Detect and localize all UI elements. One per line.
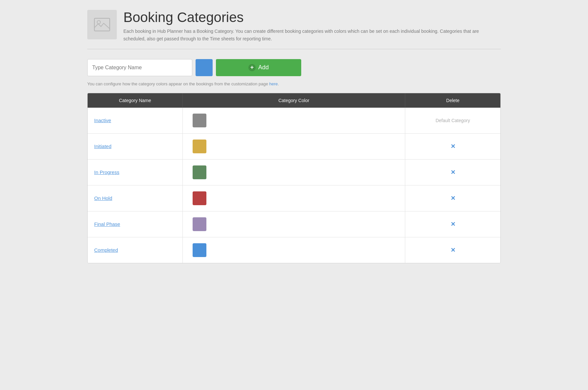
color-picker-button[interactable] — [196, 59, 213, 76]
color-swatch[interactable] — [193, 243, 206, 257]
add-button-label: Add — [258, 64, 269, 71]
category-name-link[interactable]: In Progress — [94, 169, 119, 175]
row-delete-cell: ✕ — [405, 160, 500, 185]
table-row: Final Phase ✕ — [88, 211, 500, 237]
row-delete-cell: ✕ — [405, 185, 500, 211]
header-icon — [87, 10, 117, 39]
table-row: Initiated ✕ — [88, 134, 500, 160]
default-category-label: Default Category — [435, 118, 470, 123]
header-text: Booking Categories Each booking in Hub P… — [123, 10, 484, 42]
row-name-cell: On Hold — [88, 185, 183, 211]
hint-link[interactable]: here — [269, 81, 278, 86]
color-swatch[interactable] — [193, 165, 206, 179]
color-swatch[interactable] — [193, 191, 206, 205]
table-row: In Progress ✕ — [88, 160, 500, 185]
delete-button[interactable]: ✕ — [451, 169, 455, 176]
color-swatch[interactable] — [193, 114, 206, 127]
row-name-cell: Completed — [88, 237, 183, 263]
row-name-cell: In Progress — [88, 160, 183, 185]
color-swatch[interactable] — [193, 140, 206, 153]
table-row: On Hold ✕ — [88, 185, 500, 211]
hint-text-before: You can configure how the category color… — [87, 81, 269, 86]
row-color-cell — [183, 237, 405, 263]
svg-rect-0 — [94, 18, 110, 31]
hint-text-after: . — [278, 81, 279, 86]
row-delete-cell: Default Category — [405, 108, 500, 133]
row-color-cell — [183, 160, 405, 185]
header-delete: Delete — [405, 93, 500, 108]
header-section: Booking Categories Each booking in Hub P… — [87, 10, 501, 49]
row-color-cell — [183, 185, 405, 211]
category-name-link[interactable]: Initiated — [94, 143, 112, 149]
categories-table: Category Name Category Color Delete Inac… — [87, 93, 501, 263]
image-placeholder-icon — [94, 16, 110, 33]
page-description: Each booking in Hub Planner has a Bookin… — [123, 28, 484, 42]
header-category-color: Category Color — [183, 93, 405, 108]
row-name-cell: Inactive — [88, 108, 183, 133]
row-name-cell: Initiated — [88, 134, 183, 159]
row-color-cell — [183, 108, 405, 133]
hint-text: You can configure how the category color… — [87, 81, 501, 86]
table-header: Category Name Category Color Delete — [88, 93, 500, 108]
page-container: Booking Categories Each booking in Hub P… — [74, 0, 514, 273]
delete-button[interactable]: ✕ — [451, 221, 455, 228]
add-plus-icon: + — [248, 64, 256, 71]
svg-point-1 — [97, 21, 100, 24]
row-delete-cell: ✕ — [405, 211, 500, 237]
page-title: Booking Categories — [123, 10, 484, 25]
table-row: Completed ✕ — [88, 237, 500, 263]
row-delete-cell: ✕ — [405, 134, 500, 159]
category-name-link[interactable]: Completed — [94, 247, 118, 253]
row-delete-cell: ✕ — [405, 237, 500, 263]
row-name-cell: Final Phase — [88, 211, 183, 237]
delete-button[interactable]: ✕ — [451, 143, 455, 150]
form-section: + Add — [87, 59, 501, 76]
delete-button[interactable]: ✕ — [451, 195, 455, 202]
category-name-link[interactable]: On Hold — [94, 195, 112, 201]
header-category-name: Category Name — [88, 93, 183, 108]
row-color-cell — [183, 211, 405, 237]
delete-button[interactable]: ✕ — [451, 247, 455, 254]
category-name-link[interactable]: Final Phase — [94, 221, 120, 227]
row-color-cell — [183, 134, 405, 159]
add-button[interactable]: + Add — [216, 59, 301, 76]
category-name-link[interactable]: Inactive — [94, 118, 111, 123]
table-row: Inactive Default Category — [88, 108, 500, 134]
color-swatch[interactable] — [193, 217, 206, 231]
category-name-input[interactable] — [87, 59, 192, 76]
